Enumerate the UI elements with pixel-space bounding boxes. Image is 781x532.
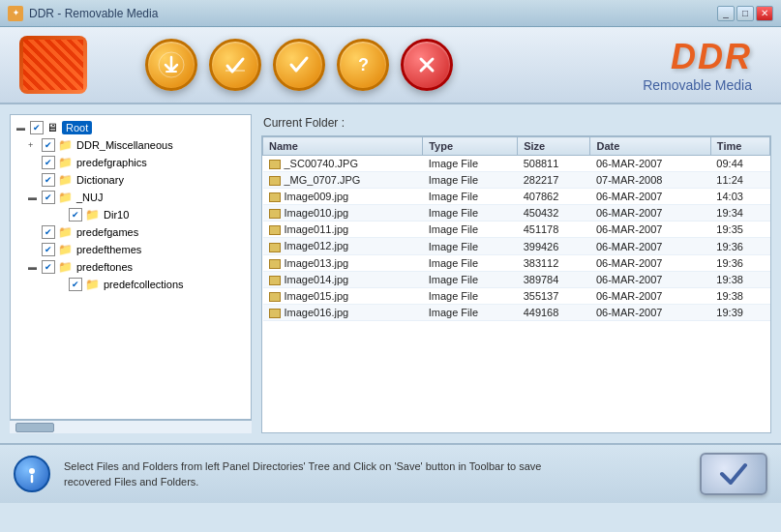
file-type: Image File [423,271,518,287]
tree-item-predefcollections[interactable]: ✔ 📁 predefcollections [15,276,247,293]
help-button[interactable]: ? [337,39,389,91]
table-row[interactable]: Image015.jpg Image File 355137 06-MAR-20… [263,287,770,304]
svg-point-3 [29,468,35,474]
file-name: Image009.jpg [263,189,423,205]
checkbox-dictionary[interactable]: ✔ [42,173,55,187]
file-time: 19:35 [710,222,769,238]
file-date: 06-MAR-2007 [590,287,710,304]
expander-root[interactable]: ▬ [16,123,30,133]
col-size[interactable]: Size [518,137,590,156]
tree-label-root[interactable]: Root [62,121,92,134]
file-name: Image013.jpg [263,254,423,271]
file-date: 06-MAR-2007 [590,189,710,205]
tree-label-predefthemes[interactable]: predefthemes [76,244,141,255]
tree-item-dir10[interactable]: ✔ 📁 Dir10 [15,206,247,223]
file-date: 06-MAR-2007 [590,205,710,222]
verify-button[interactable] [273,39,325,91]
tree-label-dir10[interactable]: Dir10 [104,209,129,221]
tree-item-nuj[interactable]: ▬ ✔ 📁 _NUJ [15,189,247,206]
col-name[interactable]: Name [263,137,423,156]
tree-label-predefgraphics[interactable]: predefgraphics [76,157,147,168]
status-message: Select Files and Folders from left Panel… [64,458,686,490]
table-row[interactable]: Image011.jpg Image File 451178 06-MAR-20… [263,222,770,238]
tree-item-dictionary[interactable]: ✔ 📁 Dictionary [15,171,247,189]
minimize-button[interactable]: _ [717,6,735,21]
checkbox-predefcollections[interactable]: ✔ [69,278,82,291]
file-size: 399426 [518,238,590,254]
tree-label-predefcollections[interactable]: predefcollections [104,279,184,290]
scan-button[interactable] [145,39,197,91]
checkbox-dir10[interactable]: ✔ [69,208,82,222]
checkbox-ddr-misc[interactable]: ✔ [42,138,55,152]
expander-nuj[interactable]: ▬ [28,192,42,202]
file-size: 383112 [518,254,590,271]
expander-ddr-misc[interactable]: + [28,140,42,150]
file-time: 19:36 [710,238,769,254]
col-type[interactable]: Type [423,137,518,156]
file-time: 19:36 [710,254,769,271]
file-name: Image011.jpg [263,222,423,238]
table-row[interactable]: Image013.jpg Image File 383112 06-MAR-20… [263,254,770,271]
file-time: 19:39 [710,304,769,320]
checkbox-predefgraphics[interactable]: ✔ [42,156,55,169]
col-date[interactable]: Date [590,137,710,156]
file-name: Image015.jpg [263,287,423,304]
tree-item-predefgames[interactable]: ✔ 📁 predefgames [15,223,247,241]
table-row[interactable]: _SC00740.JPG Image File 508811 06-MAR-20… [263,156,770,172]
table-row[interactable]: _MG_0707.JPG Image File 282217 07-MAR-20… [263,172,770,189]
file-type: Image File [423,287,518,304]
status-icon [14,456,50,492]
file-name: _MG_0707.JPG [263,172,423,189]
checkbox-nuj[interactable]: ✔ [42,191,55,204]
checkbox-root[interactable]: ✔ [30,121,44,134]
file-type: Image File [423,189,518,205]
file-time: 19:38 [710,271,769,287]
tree-hscrollbar-thumb[interactable] [15,423,54,432]
tree-label-nuj[interactable]: _NUJ [76,192,104,203]
tree-label-ddr-misc[interactable]: DDR_Miscellaneous [76,139,173,151]
table-row[interactable]: Image009.jpg Image File 407862 06-MAR-20… [263,189,770,205]
table-row[interactable]: Image014.jpg Image File 389784 06-MAR-20… [263,271,770,287]
tree-item-predefthemes[interactable]: ✔ 📁 predefthemes [15,241,247,258]
file-type: Image File [423,172,518,189]
tree-hscrollbar[interactable] [10,420,252,433]
save-button[interactable] [700,453,767,495]
file-date: 06-MAR-2007 [590,304,710,320]
checkbox-predefthemes[interactable]: ✔ [42,243,55,256]
tree-item-predeftones[interactable]: ▬ ✔ 📁 predeftones [15,258,247,276]
status-line2: recovered Files and Folders. [64,474,686,490]
file-name: _SC00740.JPG [263,156,423,172]
col-time[interactable]: Time [710,137,769,156]
file-size: 508811 [518,156,590,172]
table-row[interactable]: Image010.jpg Image File 450432 06-MAR-20… [263,205,770,222]
table-row[interactable]: Image012.jpg Image File 399426 06-MAR-20… [263,238,770,254]
file-time: 14:03 [710,189,769,205]
table-row[interactable]: Image016.jpg Image File 449168 06-MAR-20… [263,304,770,320]
checkbox-predeftones[interactable]: ✔ [42,260,55,274]
title-bar: ✦ DDR - Removable Media _ □ ✕ [0,0,781,27]
file-size: 449168 [518,304,590,320]
file-size: 451178 [518,222,590,238]
expander-predeftones[interactable]: ▬ [28,262,42,272]
checkbox-predefgames[interactable]: ✔ [42,225,55,239]
tree-item-ddr-misc[interactable]: + ✔ 📁 DDR_Miscellaneous [15,136,247,154]
file-size: 407862 [518,189,590,205]
save-toolbar-button[interactable] [209,39,261,91]
tree-label-predefgames[interactable]: predefgames [76,226,138,238]
file-table-container[interactable]: Name Type Size Date Time _SC00740.JPG Im… [261,135,771,433]
file-type: Image File [423,304,518,320]
tree-item-root[interactable]: ▬ ✔ 🖥 Root [15,119,247,136]
tree-label-dictionary[interactable]: Dictionary [76,174,124,186]
file-time: 19:34 [710,205,769,222]
tree-label-predeftones[interactable]: predeftones [76,261,133,273]
maximize-button[interactable]: □ [736,6,754,21]
close-button[interactable]: ✕ [756,6,773,21]
file-type: Image File [423,205,518,222]
window-title: DDR - Removable Media [29,7,717,20]
exit-button[interactable] [401,39,453,91]
brand: DDR Removable Media [643,37,752,93]
current-folder-label: Current Folder : [261,114,771,132]
file-time: 09:44 [710,156,769,172]
brand-subtitle: Removable Media [643,77,752,93]
tree-item-predefgraphics[interactable]: ✔ 📁 predefgraphics [15,154,247,171]
